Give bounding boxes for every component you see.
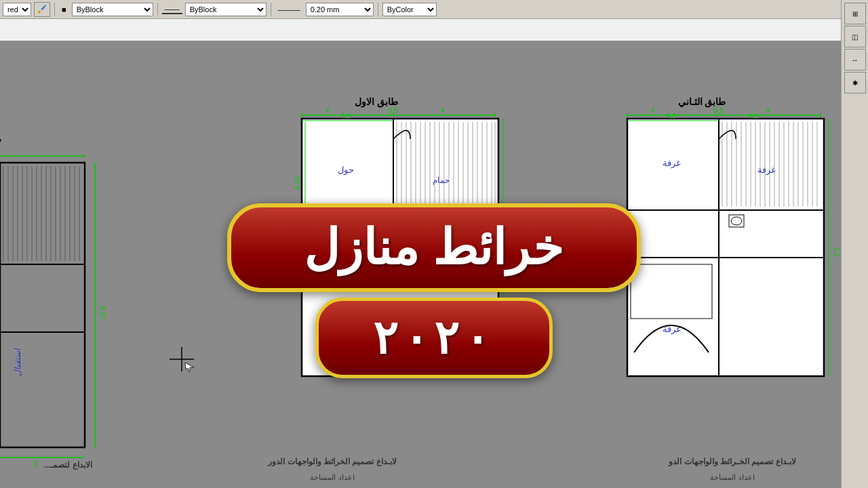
svg-text:حمام: حمام bbox=[433, 176, 450, 185]
byblock-icon: ■ bbox=[59, 5, 69, 14]
svg-text:الابداع لتصمـ...: الابداع لتصمـ... bbox=[43, 460, 92, 470]
svg-text:حول: حول bbox=[338, 165, 354, 176]
svg-text:9,5: 9,5 bbox=[713, 106, 724, 115]
right-panel-btn3[interactable]: ↔ bbox=[844, 49, 866, 70]
svg-text:لابـداع تصميم الخرائط والواجها: لابـداع تصميم الخرائط والواجهات الدور bbox=[267, 457, 396, 466]
right-panel-btn4[interactable]: ✱ bbox=[844, 72, 866, 94]
badge-main: خرائط منازل bbox=[227, 203, 641, 292]
svg-text:4,9: 4,9 bbox=[749, 113, 759, 120]
byline-icon: —— bbox=[162, 5, 182, 14]
byblock-dropdown1[interactable]: ByBlock bbox=[72, 3, 153, 16]
bycolor-dropdown[interactable]: ByColor bbox=[382, 3, 437, 16]
svg-text:4: 4 bbox=[766, 107, 770, 115]
svg-text:غرفة: غرفة bbox=[663, 158, 681, 169]
svg-text:4: 4 bbox=[651, 107, 655, 115]
svg-text:1,2: 1,2 bbox=[833, 247, 840, 257]
separator2 bbox=[157, 3, 158, 16]
right-floor-plan: طابق الثـاني 9,5 bbox=[627, 96, 840, 376]
svg-text:4,22: 4,22 bbox=[294, 176, 301, 190]
svg-text:لابـداع تصميم الخـرائط والواجه: لابـداع تصميم الخـرائط والواجهات الدو bbox=[668, 457, 795, 466]
svg-text:استقبال: استقبال bbox=[13, 348, 22, 376]
svg-rect-84 bbox=[627, 119, 824, 376]
badge-overlay: خرائط منازل ٢٠٢٠ bbox=[227, 203, 641, 378]
svg-text:غرفة: غرفة bbox=[757, 165, 776, 176]
byline-thickness-icon: ——— bbox=[275, 5, 303, 14]
svg-text:4,9: 4,9 bbox=[341, 113, 351, 120]
svg-text:غرفة: غرفة bbox=[663, 324, 681, 335]
separator4 bbox=[378, 3, 378, 16]
separator3 bbox=[271, 3, 271, 16]
badge-main-text: خرائط منازل bbox=[272, 221, 596, 274]
byblock-dropdown2[interactable]: ByBlock bbox=[185, 3, 267, 16]
color-dropdown[interactable]: red bbox=[3, 3, 31, 16]
right-panel-btn2[interactable]: ◫ bbox=[844, 26, 866, 47]
svg-text:4: 4 bbox=[326, 107, 330, 115]
svg-text:4,9: 4,9 bbox=[667, 113, 676, 120]
right-panel-btn1[interactable]: ⊞ bbox=[844, 3, 866, 24]
badge-year: ٢٠٢٠ bbox=[315, 298, 553, 378]
svg-text:ط: ط bbox=[0, 134, 1, 144]
paint-brush-btn[interactable]: 🖌️ bbox=[34, 2, 50, 17]
svg-text:اعداد المساحة: اعداد المساحة bbox=[310, 473, 354, 481]
svg-text:9,5: 9,5 bbox=[388, 106, 398, 115]
svg-text:اعداد المساحة: اعداد المساحة bbox=[710, 473, 754, 481]
svg-text:4,37: 4,37 bbox=[99, 305, 107, 319]
line-weight-dropdown[interactable]: 0.20 mm bbox=[306, 3, 374, 16]
separator1 bbox=[54, 3, 55, 16]
svg-text:5: 5 bbox=[34, 460, 38, 468]
svg-text:4: 4 bbox=[441, 107, 445, 115]
toolbar-row1: red 🖌️ ■ ByBlock —— ByBlock ——— 0.20 mm … bbox=[0, 0, 868, 19]
right-panel: ⊞ ◫ ↔ ✱ bbox=[841, 0, 868, 488]
badge-year-text: ٢٠٢٠ bbox=[346, 311, 522, 365]
